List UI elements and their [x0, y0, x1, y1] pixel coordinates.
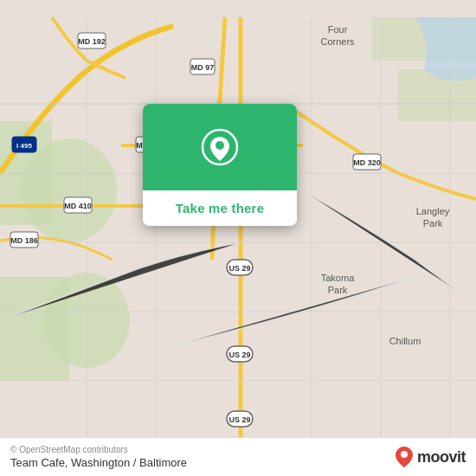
svg-point-2 — [22, 138, 117, 242]
moovit-logo: moovit — [395, 446, 466, 468]
svg-text:Park: Park — [328, 285, 348, 295]
map-container: MD 192 MD 97 I 495 US 29 MD 390 MD 320 M… — [0, 0, 476, 476]
popup-card: Take me there — [143, 104, 297, 226]
map-svg: MD 192 MD 97 I 495 US 29 MD 390 MD 320 M… — [0, 0, 476, 476]
popup-green-area — [143, 104, 297, 190]
moovit-name: moovit — [417, 448, 466, 466]
svg-text:Corners: Corners — [320, 36, 355, 47]
svg-point-48 — [215, 141, 224, 150]
svg-text:MD 320: MD 320 — [353, 158, 381, 167]
svg-text:US 29: US 29 — [228, 351, 250, 359]
take-me-there-button[interactable]: Take me there — [143, 190, 297, 226]
svg-text:MD 410: MD 410 — [64, 202, 92, 210]
svg-text:Park: Park — [423, 218, 443, 228]
svg-text:Four: Four — [328, 24, 348, 35]
svg-text:MD 97: MD 97 — [191, 63, 215, 72]
svg-text:I 495: I 495 — [16, 142, 32, 150]
svg-text:MD 186: MD 186 — [10, 236, 38, 245]
copyright-text: © OpenStreetMap contributors — [10, 445, 187, 454]
svg-point-49 — [401, 451, 408, 458]
svg-text:US 29: US 29 — [228, 415, 250, 424]
svg-text:Chillum: Chillum — [389, 336, 421, 346]
svg-text:US 29: US 29 — [228, 264, 250, 273]
moovit-pin-icon — [395, 446, 414, 468]
bottom-bar: © OpenStreetMap contributors Team Cafe, … — [0, 437, 476, 476]
svg-text:Takoma: Takoma — [321, 273, 355, 283]
svg-text:Langley: Langley — [416, 206, 450, 216]
location-text: Team Cafe, Washington / Baltimore — [10, 456, 187, 469]
bottom-left: © OpenStreetMap contributors Team Cafe, … — [10, 445, 187, 469]
svg-text:MD 192: MD 192 — [78, 37, 106, 46]
location-pin-icon — [201, 128, 239, 166]
